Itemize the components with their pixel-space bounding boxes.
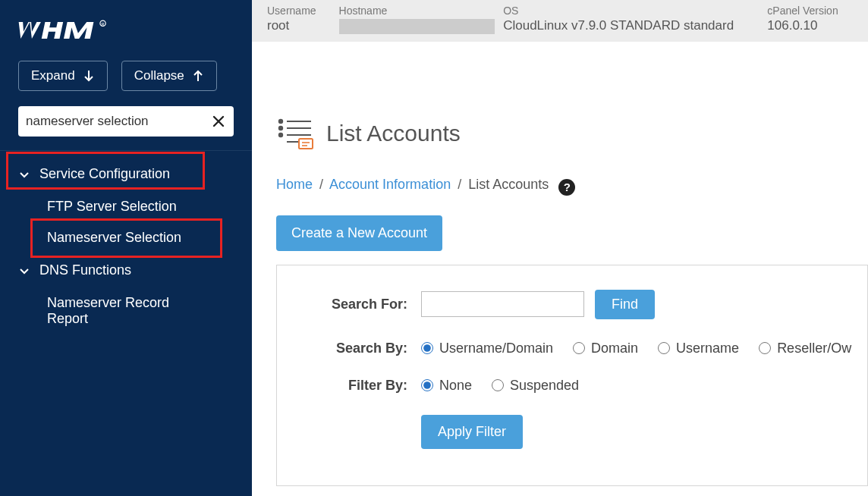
radio-input[interactable] <box>492 379 504 391</box>
close-icon[interactable] <box>209 112 228 130</box>
svg-rect-9 <box>299 139 313 149</box>
radio-username[interactable]: Username <box>658 341 739 356</box>
expand-label: Expand <box>31 68 75 83</box>
sidebar-search-input[interactable] <box>18 106 234 137</box>
radio-input[interactable] <box>658 342 670 354</box>
arrow-up-icon <box>192 69 204 83</box>
nav-item-nameserver-record-report[interactable]: Nameserver Record Report <box>0 287 197 334</box>
search-panel: Search For: Find Search By: Username/Dom… <box>276 265 868 486</box>
svg-text:R: R <box>102 22 105 27</box>
version-value: 106.0.10 <box>767 18 853 33</box>
radio-label: Username <box>676 341 739 356</box>
breadcrumb-section[interactable]: Account Information <box>329 177 451 192</box>
help-icon[interactable]: ? <box>558 179 575 196</box>
create-account-button[interactable]: Create a New Account <box>276 215 442 251</box>
chevron-down-icon <box>18 265 30 277</box>
username-value: root <box>267 18 332 33</box>
nav-item-label: FTP Server Selection <box>47 199 177 214</box>
page-title: List Accounts <box>326 121 461 146</box>
chevron-down-icon <box>18 168 30 181</box>
list-accounts-icon <box>276 118 314 149</box>
radio-input[interactable] <box>573 342 585 354</box>
radio-domain[interactable]: Domain <box>573 341 638 356</box>
nav-item-nameserver-selection[interactable]: Nameserver Selection <box>0 222 252 253</box>
collapse-label: Collapse <box>134 68 184 83</box>
nav-item-ftp-server-selection[interactable]: FTP Server Selection <box>0 191 252 222</box>
username-label: Username <box>267 5 332 17</box>
arrow-down-icon <box>83 69 95 83</box>
hostname-label: Hostname <box>339 5 496 17</box>
nav-item-label: Nameserver Record Report <box>47 295 169 326</box>
breadcrumb-current: List Accounts <box>468 177 549 192</box>
filter-by-label: Filter By: <box>277 378 421 394</box>
nav-group-label: DNS Functions <box>39 262 131 278</box>
radio-input[interactable] <box>759 342 771 354</box>
svg-point-2 <box>279 120 282 123</box>
collapse-button[interactable]: Collapse <box>121 61 217 91</box>
radio-label: Domain <box>591 341 638 356</box>
nav-group-dns-functions[interactable]: DNS Functions <box>0 253 252 287</box>
search-by-label: Search By: <box>277 341 421 356</box>
radio-username-domain[interactable]: Username/Domain <box>421 341 553 356</box>
hostname-value-redacted <box>339 19 495 34</box>
radio-filter-suspended[interactable]: Suspended <box>492 378 579 394</box>
radio-reseller[interactable]: Reseller/Ow <box>759 341 851 356</box>
search-for-input[interactable] <box>421 291 584 317</box>
os-label: OS <box>503 5 760 17</box>
nav-group-service-configuration[interactable]: Service Configuration <box>0 157 252 191</box>
expand-button[interactable]: Expand <box>18 61 108 91</box>
sidebar: R Expand Collapse Service Configuration <box>0 0 252 496</box>
radio-label: Username/Domain <box>439 341 553 356</box>
radio-label: Suspended <box>510 378 579 394</box>
radio-input[interactable] <box>421 379 433 391</box>
breadcrumb-home[interactable]: Home <box>276 177 313 192</box>
breadcrumb-separator: / <box>316 177 326 192</box>
breadcrumb-separator: / <box>454 177 464 192</box>
radio-filter-none[interactable]: None <box>421 378 472 394</box>
breadcrumb: Home / Account Information / List Accoun… <box>276 149 868 196</box>
os-value: CloudLinux v7.9.0 STANDARD standard <box>503 18 760 33</box>
radio-label: Reseller/Ow <box>777 341 851 356</box>
whm-logo: R <box>0 0 252 56</box>
version-label: cPanel Version <box>767 5 853 17</box>
nav-tree: Service Configuration FTP Server Selecti… <box>0 151 252 334</box>
search-for-label: Search For: <box>277 297 421 312</box>
svg-point-4 <box>279 127 282 130</box>
server-info-bar: Username root Hostname OS CloudLinux v7.… <box>252 0 868 42</box>
nav-item-label: Nameserver Selection <box>47 230 181 245</box>
nav-group-label: Service Configuration <box>39 166 170 182</box>
apply-filter-button[interactable]: Apply Filter <box>421 415 523 449</box>
find-button[interactable]: Find <box>595 290 655 319</box>
sidebar-search <box>18 106 234 137</box>
main: Username root Hostname OS CloudLinux v7.… <box>252 0 868 496</box>
radio-input[interactable] <box>421 342 433 354</box>
radio-label: None <box>439 378 472 394</box>
svg-point-6 <box>279 133 282 137</box>
